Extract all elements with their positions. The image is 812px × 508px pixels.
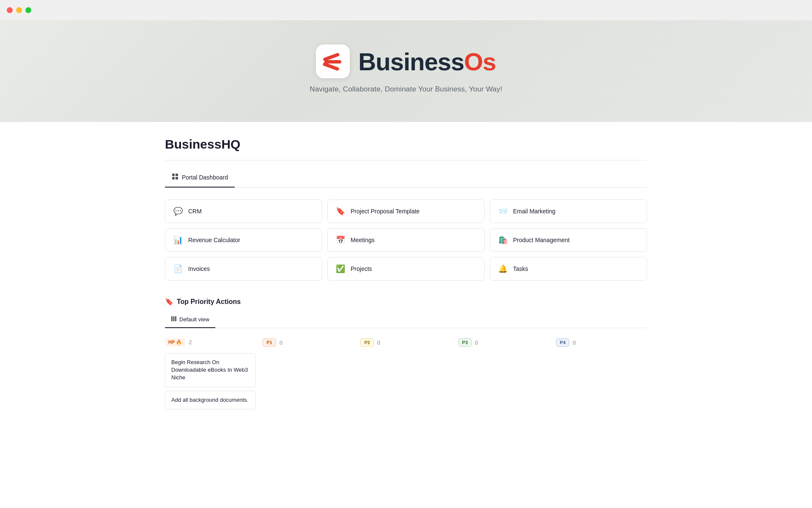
columns-icon: [171, 316, 177, 323]
priority-header-p4: P4 0: [556, 337, 647, 350]
projects-label: Projects: [351, 265, 372, 272]
tab-portal-dashboard-label: Portal Dashboard: [182, 174, 228, 181]
revenue-calculator-label: Revenue Calculator: [188, 237, 240, 243]
priority-badge-p4: P4: [556, 338, 569, 347]
hero-subtitle: Navigate, Collaborate, Dominate Your Bus…: [310, 85, 502, 94]
priority-section-title: Top Priority Actions: [177, 298, 241, 306]
priority-header-p2: P2 0: [360, 337, 451, 350]
task-card-1[interactable]: Begin Research On Downloadable eBooks In…: [165, 353, 256, 387]
priority-col-p3: P3 0: [458, 337, 549, 409]
projects-icon: ✅: [335, 264, 346, 273]
priority-count-p1: 0: [280, 340, 283, 346]
main-content: BusinessHQ Portal Dashboard 💬 CRM 🔖 Proj…: [131, 122, 681, 426]
revenue-calculator-icon: 📊: [173, 235, 183, 245]
titlebar: [0, 0, 812, 20]
crm-label: CRM: [188, 208, 202, 215]
tab-portal-dashboard[interactable]: Portal Dashboard: [165, 169, 235, 188]
priority-badge-p2: P2: [360, 338, 373, 347]
email-marketing-icon: 📨: [498, 207, 508, 216]
invoices-label: Invoices: [188, 265, 210, 272]
priority-col-p4: P4 0: [556, 337, 647, 409]
nav-card-project-proposal[interactable]: 🔖 Project Proposal Template: [327, 199, 485, 223]
minimize-button[interactable]: [16, 7, 22, 13]
nav-card-projects[interactable]: ✅ Projects: [327, 257, 485, 281]
sub-tab-default-view-label: Default view: [179, 316, 209, 323]
project-proposal-label: Project Proposal Template: [351, 208, 420, 215]
brand-title: BusinessOs: [358, 47, 496, 76]
sub-tab-default-view[interactable]: Default view: [165, 312, 215, 328]
page-title: BusinessHQ: [165, 137, 647, 152]
bookmark-icon: 🔖: [165, 298, 173, 306]
product-management-label: Product Management: [513, 237, 570, 243]
priority-badge-p3: P3: [458, 338, 472, 347]
meetings-label: Meetings: [351, 237, 375, 243]
svg-rect-9: [175, 316, 176, 321]
svg-rect-3: [172, 174, 175, 176]
email-marketing-label: Email Marketing: [513, 208, 555, 215]
nav-card-product-management[interactable]: 🛍️ Product Management: [490, 228, 647, 252]
nav-card-meetings[interactable]: 📅 Meetings: [327, 228, 485, 252]
svg-rect-1: [324, 60, 341, 64]
nav-grid: 💬 CRM 🔖 Project Proposal Template 📨 Emai…: [165, 199, 647, 281]
task-card-2[interactable]: Add all background documents.: [165, 391, 256, 409]
product-management-icon: 🛍️: [498, 235, 508, 245]
nav-card-email-marketing[interactable]: 📨 Email Marketing: [490, 199, 647, 223]
invoices-icon: 📄: [173, 264, 183, 273]
svg-rect-4: [176, 174, 178, 176]
priority-col-hp: HP 🔥 2 Begin Research On Downloadable eB…: [165, 337, 256, 409]
priority-section-header: 🔖 Top Priority Actions: [165, 298, 647, 306]
svg-rect-6: [176, 177, 178, 179]
priority-count-p2: 0: [377, 340, 380, 346]
divider: [165, 160, 647, 160]
hero-banner: BusinessOs Navigate, Collaborate, Domina…: [0, 20, 812, 122]
priority-col-p2: P2 0: [360, 337, 451, 409]
priority-count-p4: 0: [573, 340, 576, 346]
nav-card-crm[interactable]: 💬 CRM: [165, 199, 322, 223]
priority-count-hp: 2: [189, 339, 192, 345]
priority-header-p3: P3 0: [458, 337, 549, 350]
priority-badge-hp: HP 🔥: [165, 338, 185, 346]
tasks-label: Tasks: [513, 265, 528, 272]
nav-card-invoices[interactable]: 📄 Invoices: [165, 257, 322, 281]
svg-rect-8: [173, 316, 175, 321]
svg-rect-5: [172, 177, 175, 179]
nav-card-tasks[interactable]: 🔔 Tasks: [490, 257, 647, 281]
priority-columns: HP 🔥 2 Begin Research On Downloadable eB…: [165, 337, 647, 409]
close-button[interactable]: [7, 7, 13, 13]
crm-icon: 💬: [173, 207, 183, 216]
main-tabs: Portal Dashboard: [165, 169, 647, 188]
priority-col-p1: P1 0: [263, 337, 354, 409]
project-proposal-icon: 🔖: [335, 207, 346, 216]
tasks-icon: 🔔: [498, 264, 508, 273]
meetings-icon: 📅: [335, 235, 346, 245]
maximize-button[interactable]: [25, 7, 31, 13]
priority-header-hp: HP 🔥 2: [165, 337, 256, 350]
priority-header-p1: P1 0: [263, 337, 354, 350]
app-logo: [316, 44, 350, 78]
grid-icon: [172, 173, 178, 182]
priority-count-p3: 0: [475, 340, 478, 346]
hero-logo-area: BusinessOs: [316, 44, 496, 78]
svg-rect-7: [171, 316, 173, 321]
nav-card-revenue-calculator[interactable]: 📊 Revenue Calculator: [165, 228, 322, 252]
priority-badge-p1: P1: [263, 338, 276, 347]
priority-sub-tabs: Default view: [165, 312, 647, 328]
